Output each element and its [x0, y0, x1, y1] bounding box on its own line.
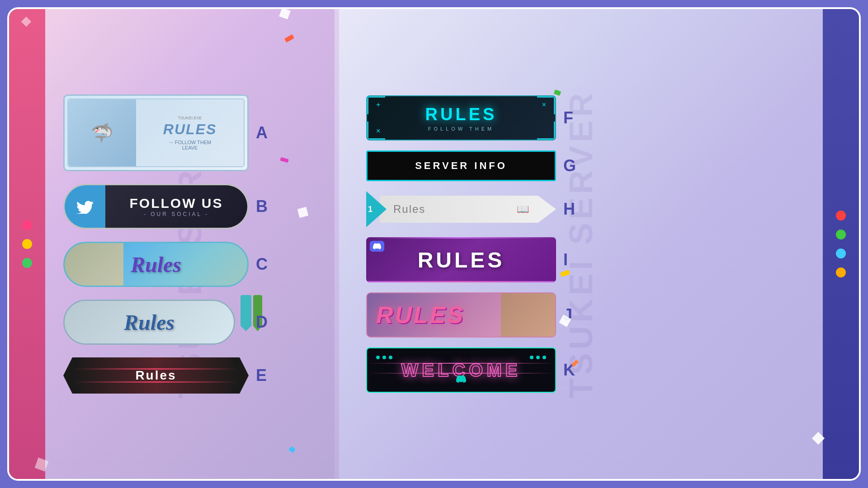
label-e: E	[256, 366, 267, 385]
banner-f[interactable]: RULES FOLLOW THEM + × ×	[366, 95, 556, 141]
banner-i[interactable]: RULES	[366, 237, 556, 282]
banner-k-dots-right	[530, 356, 546, 359]
banner-row-i: RULES I	[366, 237, 796, 282]
label-b: B	[256, 197, 268, 216]
banner-a[interactable]: 🦈 TSUKEI.EXE RULES → FOLLOW THEMLEAVE	[63, 94, 249, 171]
banner-d-main: Rules	[63, 300, 235, 345]
label-i: I	[563, 250, 568, 269]
corner-tr	[537, 96, 555, 114]
right-panel: TSUKEI SERVER RULES FOLLOW THEM + × ×	[339, 9, 823, 479]
banner-c-art	[65, 243, 123, 286]
banner-e-shape: Rules	[63, 357, 249, 394]
banner-b-sub-text: - OUR SOCIAL -	[144, 211, 209, 217]
banner-f-content: RULES FOLLOW THEM	[425, 105, 497, 131]
left-panel: TSUKEI SERVER 🦈 TSUKEI.EXE RULES → FOLLO…	[45, 9, 335, 479]
banner-k-dots-left	[376, 356, 392, 359]
banner-f-title: RULES	[425, 105, 497, 124]
banner-h-text: Rules	[393, 203, 425, 216]
right-sidebar	[823, 9, 859, 479]
banner-row-b: FOLLOW US - OUR SOCIAL - B	[63, 184, 307, 229]
banner-k-discord-icon	[456, 375, 466, 385]
label-d: D	[256, 313, 268, 332]
dot-pink	[22, 220, 32, 230]
banner-row-f: RULES FOLLOW THEM + × × F	[366, 95, 796, 141]
banner-row-e: Rules E	[63, 357, 307, 394]
banner-e-text: Rules	[135, 368, 176, 383]
banner-k[interactable]: WELCOME	[366, 347, 556, 393]
banner-c[interactable]: Rules	[63, 242, 249, 287]
label-h: H	[563, 200, 575, 219]
banner-k-line-bottom	[367, 373, 555, 374]
banner-b-main-text: FOLLOW US	[130, 196, 223, 211]
banner-b[interactable]: FOLLOW US - OUR SOCIAL -	[63, 184, 249, 229]
banner-h-body: Rules 📖	[380, 196, 556, 223]
label-j: J	[563, 305, 572, 324]
dot-green	[836, 230, 846, 239]
banner-j-text: RULES	[376, 301, 465, 328]
banner-e-stripe-top	[74, 368, 238, 370]
banner-row-a: 🦈 TSUKEI.EXE RULES → FOLLOW THEMLEAVE A	[63, 94, 307, 171]
panel-divider	[335, 9, 339, 479]
banner-i-bottom-border	[366, 281, 556, 282]
banner-i-text: RULES	[418, 248, 505, 272]
banner-c-text: Rules	[131, 252, 181, 277]
label-a: A	[256, 123, 268, 142]
banner-a-window-bar: TSUKEI.EXE	[178, 116, 202, 120]
dot-yellow	[22, 239, 32, 249]
label-c: C	[256, 255, 268, 274]
banner-j-art	[501, 293, 555, 337]
banner-h-number: 1	[368, 205, 373, 214]
banner-row-c: Rules C	[63, 242, 307, 287]
banner-j[interactable]: RULES	[366, 292, 556, 338]
banner-f-dot-bl: ×	[376, 127, 380, 135]
banner-g-text: SERVER INFO	[415, 160, 507, 172]
banner-a-artwork: 🦈	[68, 99, 136, 166]
left-sidebar	[9, 9, 45, 479]
banner-f-dot-tr: ×	[542, 101, 546, 109]
banner-e[interactable]: Rules	[63, 357, 249, 394]
banner-d-text: Rules	[124, 310, 175, 335]
banner-b-twitter-icon	[65, 185, 105, 228]
banner-a-subtitle: → FOLLOW THEMLEAVE	[169, 140, 212, 150]
banner-row-g: SERVER INFO G	[366, 150, 796, 181]
banner-h[interactable]: 1 Rules 📖	[366, 191, 556, 227]
banner-i-discord-icon	[370, 241, 384, 252]
banner-row-k: WELCOME K	[366, 347, 796, 393]
dot-red	[836, 211, 846, 221]
banner-h-book-icon: 📖	[517, 203, 529, 215]
label-f: F	[563, 108, 573, 127]
banner-g[interactable]: SERVER INFO	[366, 150, 556, 181]
banner-a-text-area: TSUKEI.EXE RULES → FOLLOW THEMLEAVE	[136, 112, 244, 154]
banner-i-top-border	[366, 237, 556, 239]
banner-e-stripe-bottom	[74, 381, 238, 383]
dot-blue	[836, 249, 846, 258]
corner-br	[537, 122, 555, 140]
banner-f-dot-tl: +	[376, 101, 380, 109]
banner-row-j: RULES J	[366, 292, 796, 338]
banner-b-text: FOLLOW US - OUR SOCIAL -	[105, 185, 247, 228]
center-content: TSUKEI SERVER 🦈 TSUKEI.EXE RULES → FOLLO…	[45, 9, 823, 479]
banner-a-title: RULES	[163, 121, 217, 138]
banner-row-d: Rules D	[63, 300, 307, 345]
banner-k-line-top	[367, 363, 555, 364]
banner-f-subtitle: FOLLOW THEM	[428, 126, 494, 131]
banner-row-h: 1 Rules 📖 H	[366, 191, 796, 227]
main-frame: TSUKEI SERVER 🦈 TSUKEI.EXE RULES → FOLLO…	[7, 7, 861, 481]
dot-green	[22, 258, 32, 268]
label-g: G	[563, 156, 576, 175]
dot-orange	[836, 267, 846, 277]
label-k: K	[563, 361, 575, 380]
banner-d[interactable]: Rules	[63, 300, 249, 345]
